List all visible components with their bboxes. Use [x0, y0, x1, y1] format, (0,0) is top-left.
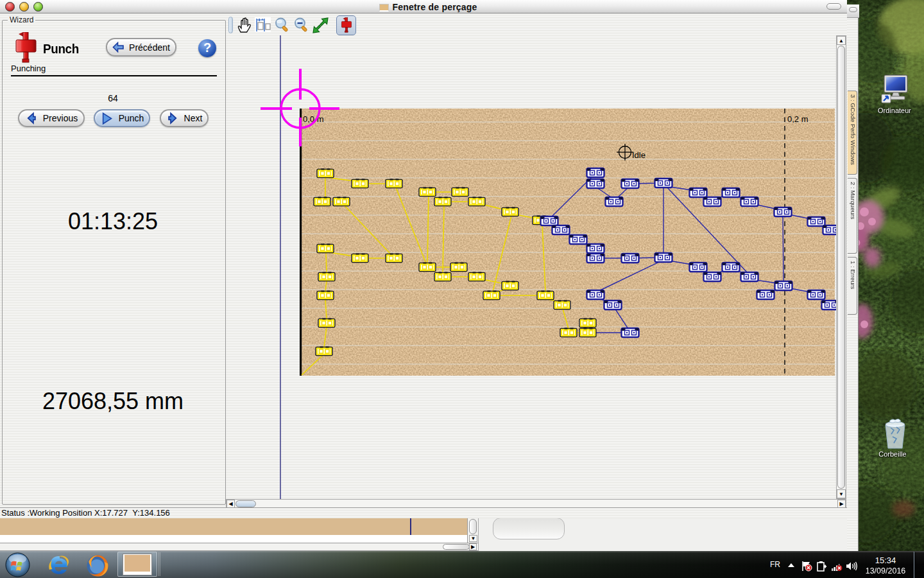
svg-text:Idle: Idle	[632, 150, 646, 160]
svg-text:0,2 m: 0,2 m	[787, 114, 809, 124]
